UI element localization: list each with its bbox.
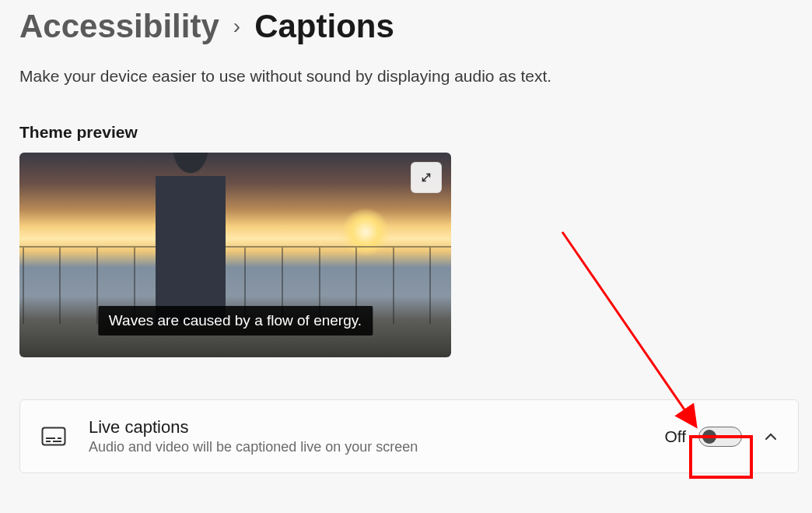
preview-person-decor bbox=[136, 153, 245, 324]
svg-line-5 bbox=[562, 232, 696, 427]
expand-preview-button[interactable] bbox=[411, 162, 442, 193]
svg-rect-0 bbox=[43, 427, 65, 444]
live-captions-toggle[interactable] bbox=[698, 427, 742, 447]
theme-preview-image: Waves are caused by a flow of energy. bbox=[19, 153, 451, 357]
expand-icon bbox=[419, 170, 433, 184]
breadcrumb-parent-accessibility[interactable]: Accessibility bbox=[19, 8, 219, 45]
toggle-knob bbox=[702, 430, 716, 444]
caption-sample-text: Waves are caused by a flow of energy. bbox=[98, 306, 373, 336]
live-captions-card: Live captions Audio and video will be ca… bbox=[19, 399, 799, 473]
page-description: Make your device easier to use without s… bbox=[19, 67, 793, 86]
live-captions-subtitle: Audio and video will be captioned live o… bbox=[89, 439, 644, 455]
expand-section-button[interactable] bbox=[762, 433, 779, 441]
breadcrumb-current-captions: Captions bbox=[254, 8, 394, 45]
chevron-right-icon: › bbox=[233, 14, 240, 39]
breadcrumb: Accessibility › Captions bbox=[19, 8, 793, 45]
chevron-up-icon bbox=[765, 433, 777, 441]
captions-icon bbox=[41, 427, 66, 447]
live-captions-title: Live captions bbox=[89, 417, 644, 437]
live-captions-toggle-label: Off bbox=[664, 427, 686, 446]
theme-preview-heading: Theme preview bbox=[19, 123, 793, 142]
